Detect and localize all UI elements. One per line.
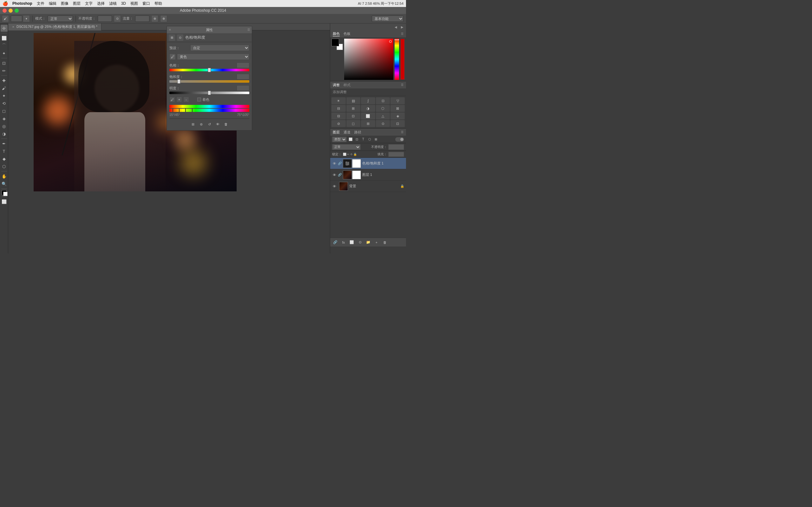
tab-adjustments[interactable]: 调整 (333, 83, 340, 88)
foreground-color[interactable] (2, 190, 7, 195)
close-button[interactable] (3, 9, 7, 13)
saturation-value-input[interactable]: -75 (237, 74, 249, 79)
menu-help[interactable]: 帮助 (154, 1, 162, 6)
visibility-icon[interactable]: 👁 (214, 121, 221, 128)
adj-invert-icon[interactable]: ⊡ (346, 112, 361, 119)
lightness-thumb[interactable] (208, 91, 211, 95)
marquee-tool[interactable]: ⬜ (1, 35, 8, 42)
eyedropper-icon[interactable]: 🖊 (169, 97, 175, 102)
properties-menu-icon[interactable]: ☰ (247, 28, 250, 32)
preset-select[interactable]: 自定 (190, 45, 249, 51)
layers-blend-select[interactable]: 正常 (332, 144, 361, 150)
lock-move-icon[interactable]: ✢ (350, 153, 353, 156)
menu-select[interactable]: 选择 (97, 1, 105, 6)
menu-file[interactable]: 文件 (37, 1, 44, 6)
adj-bw-icon[interactable]: ◑ (361, 105, 375, 112)
history-brush-tool[interactable]: ⟲ (1, 100, 8, 107)
adj-icon-17[interactable]: ◻ (346, 120, 361, 127)
zoom-tool[interactable]: 🔍 (1, 180, 8, 187)
adj-hsl-icon[interactable]: ⊟ (332, 105, 346, 112)
maximize-button[interactable] (14, 9, 19, 13)
filter-pixel-icon[interactable]: ⬜ (348, 137, 353, 142)
adj-panel-menu[interactable]: ☰ (401, 83, 403, 87)
opacity-input[interactable]: 87% (98, 15, 112, 22)
hue-track[interactable] (169, 69, 249, 71)
opacity-input[interactable]: 100% (388, 144, 404, 150)
adj-gradient-map-icon[interactable]: ◈ (391, 112, 405, 119)
eraser-tool[interactable]: ◻ (1, 107, 8, 114)
filter-text-icon[interactable]: T (361, 137, 366, 142)
menu-view[interactable]: 视图 (131, 1, 138, 6)
adj-levels-icon[interactable]: ▤ (346, 97, 361, 104)
new-color-swatch[interactable] (400, 39, 405, 80)
filter-shape-icon[interactable]: ⬡ (367, 137, 372, 142)
collapse-right-icon[interactable]: ◀ (393, 24, 398, 30)
brush-preset-picker[interactable]: ▾ (23, 15, 30, 22)
adj-vibrance-icon[interactable]: ▽ (391, 97, 405, 104)
add-mask-btn[interactable]: ⬜ (349, 239, 355, 245)
shape-tool[interactable]: ⬡ (1, 163, 8, 170)
path-select-tool[interactable]: ◆ (1, 155, 8, 162)
adj-channelmixer-icon[interactable]: ⊠ (391, 105, 405, 112)
layer-item-background[interactable]: 👁 背景 🔒 (330, 181, 406, 192)
fill-input[interactable]: 100% (388, 152, 404, 157)
tab-styles[interactable]: 样式 (344, 83, 351, 88)
minimize-button[interactable] (9, 9, 13, 13)
filter-adjustment-icon[interactable]: ⊡ (354, 137, 359, 142)
adj-photofilter-icon[interactable]: ⬡ (376, 105, 390, 112)
background-color[interactable] (3, 192, 8, 196)
expand-right-icon[interactable]: ▶ (400, 24, 405, 30)
menu-edit[interactable]: 编辑 (49, 1, 56, 6)
adj-threshold-icon[interactable]: △ (376, 112, 390, 119)
lightness-value-input[interactable]: 0 (237, 85, 249, 91)
adj-colorlookup-icon[interactable]: ⊟ (332, 112, 346, 119)
link-layers-btn[interactable]: 🔗 (332, 239, 339, 245)
properties-pixel-icon[interactable]: ⊙ (177, 35, 183, 41)
hue-bar[interactable] (395, 39, 399, 80)
foreground-swatch[interactable] (332, 39, 339, 46)
lightness-track[interactable] (169, 92, 249, 94)
flow-input[interactable]: 44% (135, 15, 149, 22)
add-style-btn[interactable]: fx (340, 239, 347, 245)
lasso-tool[interactable]: ⌒ (1, 42, 8, 49)
new-layer-icon[interactable]: ⊞ (189, 121, 196, 128)
menu-layer[interactable]: 图层 (73, 1, 81, 6)
adj-select-color-icon[interactable]: ⊘ (332, 120, 346, 127)
healing-tool[interactable]: ✚ (1, 77, 8, 84)
reset-icon[interactable]: ↺ (206, 121, 213, 128)
tab-channels[interactable]: 通道 (344, 130, 351, 135)
channel-select[interactable]: 黄色 (177, 54, 249, 60)
document-tab[interactable]: ✕ DSC01767.jpg @ 25% (色相/饱和度 1, 图层蒙版/8) … (8, 23, 101, 31)
brush-size-input[interactable]: 500 (11, 15, 22, 22)
magic-wand-tool[interactable]: ✦ (1, 50, 8, 57)
channel-picker-icon[interactable]: 🖊 (169, 54, 176, 60)
move-tool[interactable]: ✢ (1, 25, 8, 32)
new-fill-adj-btn[interactable]: ⊙ (357, 239, 363, 245)
tab-layers[interactable]: 图层 (333, 130, 340, 135)
adj-icon-20[interactable]: ⊡ (391, 120, 405, 127)
colorize-checkbox[interactable] (197, 98, 201, 101)
layer-visibility-photo1[interactable]: 👁 (332, 173, 337, 177)
pen-tool[interactable]: ✒ (1, 140, 8, 147)
layer-item-photo1[interactable]: 👁 🔗 图层 1 (330, 169, 406, 181)
color-panel-menu[interactable]: ☰ (401, 32, 403, 36)
lock-all-icon[interactable]: 🔒 (353, 153, 357, 156)
eyedropper-tool[interactable]: ✏ (1, 67, 8, 74)
adj-exposure-icon[interactable]: ⊡ (376, 97, 390, 104)
menu-photoshop[interactable]: Photoshop (12, 1, 32, 6)
crop-tool[interactable]: ⊡ (1, 60, 8, 66)
workspace-select[interactable]: 基本功能 (372, 15, 403, 22)
adj-curves-icon[interactable]: ∫ (361, 97, 375, 104)
brush-tool-icon[interactable]: 🖌 (2, 15, 9, 22)
menu-image[interactable]: 图像 (61, 1, 68, 6)
spectrum-bar[interactable] (169, 105, 249, 108)
blend-mode-select[interactable]: 正常 (48, 15, 73, 22)
brush-tool[interactable]: 🖌 (1, 84, 8, 92)
layer-type-filter[interactable]: 类型 (332, 136, 347, 142)
new-group-btn[interactable]: 📁 (365, 239, 371, 245)
properties-clip-icon[interactable]: ⊞ (169, 35, 175, 41)
filter-smartobj-icon[interactable]: ⊠ (373, 137, 378, 142)
layer-item-adjustment[interactable]: 👁 🔗 色相 (330, 158, 406, 169)
hue-value-input[interactable]: 0 (237, 62, 249, 68)
adj-icon-18[interactable]: ⊞ (361, 120, 375, 127)
